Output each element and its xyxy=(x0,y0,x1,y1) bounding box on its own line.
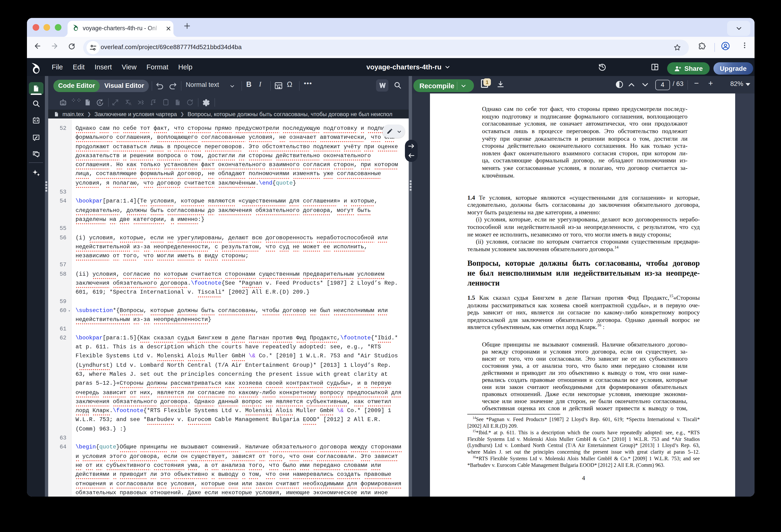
svg-text:A: A xyxy=(129,102,131,106)
svg-text:A: A xyxy=(98,100,101,104)
